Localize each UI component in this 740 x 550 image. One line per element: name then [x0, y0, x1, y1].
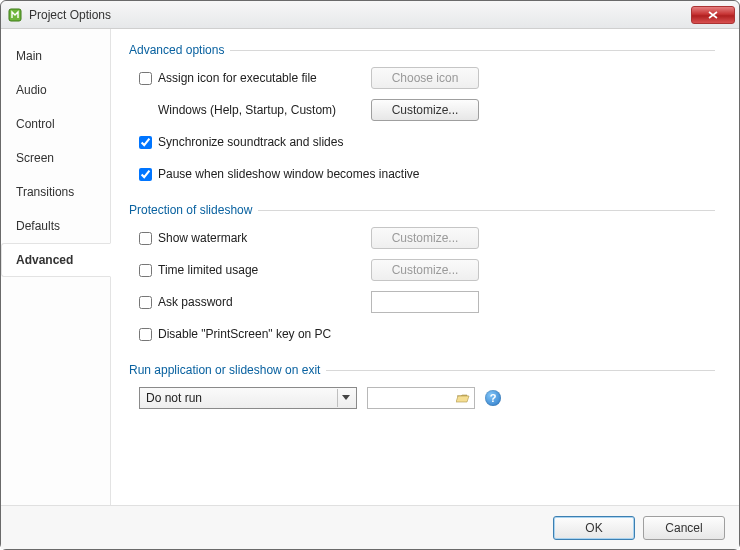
group-title-advanced: Advanced options: [129, 43, 715, 57]
divider: [230, 50, 715, 51]
label-synchronize: Synchronize soundtrack and slides: [158, 135, 343, 149]
tab-label: Audio: [16, 83, 47, 97]
sidebar: Main Audio Control Screen Transitions De…: [1, 29, 111, 505]
tab-defaults[interactable]: Defaults: [1, 209, 111, 243]
divider: [258, 210, 715, 211]
group-run-on-exit: Run application or slideshow on exit Do …: [129, 363, 715, 409]
run-on-exit-combo[interactable]: Do not run: [139, 387, 357, 409]
app-icon: [7, 7, 23, 23]
folder-open-icon[interactable]: [454, 390, 472, 406]
label-watermark: Show watermark: [158, 231, 247, 245]
choose-icon-button[interactable]: Choose icon: [371, 67, 479, 89]
checkbox-watermark[interactable]: [139, 232, 152, 245]
group-title-protection: Protection of slideshow: [129, 203, 715, 217]
group-title-text: Advanced options: [129, 43, 224, 57]
tab-control[interactable]: Control: [1, 107, 111, 141]
tab-label: Main: [16, 49, 42, 63]
label-disable-printscreen: Disable "PrintScreen" key on PC: [158, 327, 331, 341]
tab-screen[interactable]: Screen: [1, 141, 111, 175]
run-on-exit-path-input[interactable]: [367, 387, 475, 409]
checkbox-assign-icon[interactable]: [139, 72, 152, 85]
ok-button[interactable]: OK: [553, 516, 635, 540]
chevron-down-icon: [337, 389, 354, 407]
tab-audio[interactable]: Audio: [1, 73, 111, 107]
password-field[interactable]: [371, 291, 479, 313]
tab-advanced[interactable]: Advanced: [1, 243, 111, 277]
group-title-run-on-exit: Run application or slideshow on exit: [129, 363, 715, 377]
label-ask-password: Ask password: [158, 295, 233, 309]
divider: [326, 370, 715, 371]
cancel-button[interactable]: Cancel: [643, 516, 725, 540]
content-panel: Advanced options Assign icon for executa…: [111, 29, 739, 505]
label-assign-icon: Assign icon for executable file: [158, 71, 317, 85]
tab-main[interactable]: Main: [1, 39, 111, 73]
customize-windows-button[interactable]: Customize...: [371, 99, 479, 121]
titlebar: Project Options: [1, 1, 739, 29]
group-protection: Protection of slideshow Show watermark C…: [129, 203, 715, 345]
tab-transitions[interactable]: Transitions: [1, 175, 111, 209]
close-button[interactable]: [691, 6, 735, 24]
checkbox-time-limited[interactable]: [139, 264, 152, 277]
checkbox-pause-inactive[interactable]: [139, 168, 152, 181]
customize-watermark-button[interactable]: Customize...: [371, 227, 479, 249]
combo-value: Do not run: [146, 391, 202, 405]
label-windows: Windows (Help, Startup, Custom): [158, 103, 336, 117]
dialog-footer: OK Cancel: [1, 505, 739, 549]
tab-label: Defaults: [16, 219, 60, 233]
tab-label: Control: [16, 117, 55, 131]
tab-label: Advanced: [16, 253, 73, 267]
tab-label: Screen: [16, 151, 54, 165]
tab-label: Transitions: [16, 185, 74, 199]
group-advanced-options: Advanced options Assign icon for executa…: [129, 43, 715, 185]
checkbox-ask-password[interactable]: [139, 296, 152, 309]
dialog-body: Main Audio Control Screen Transitions De…: [1, 29, 739, 505]
label-time-limited: Time limited usage: [158, 263, 258, 277]
checkbox-synchronize[interactable]: [139, 136, 152, 149]
label-pause-inactive: Pause when slideshow window becomes inac…: [158, 167, 419, 181]
window-title: Project Options: [29, 8, 691, 22]
project-options-window: Project Options Main Audio Control Scree…: [0, 0, 740, 550]
group-title-text: Protection of slideshow: [129, 203, 252, 217]
customize-time-limited-button[interactable]: Customize...: [371, 259, 479, 281]
group-title-text: Run application or slideshow on exit: [129, 363, 320, 377]
checkbox-disable-printscreen[interactable]: [139, 328, 152, 341]
help-icon[interactable]: ?: [485, 390, 501, 406]
